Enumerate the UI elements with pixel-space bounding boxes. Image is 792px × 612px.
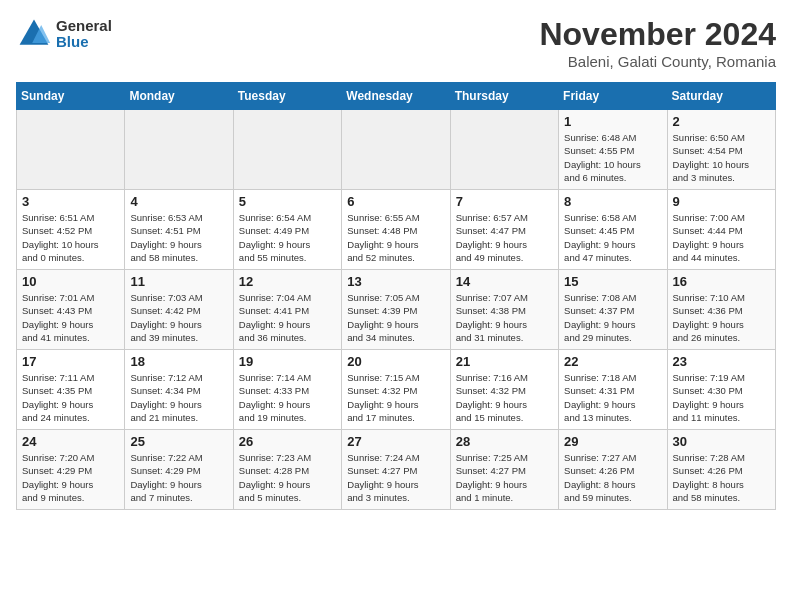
calendar-cell: 6Sunrise: 6:55 AM Sunset: 4:48 PM Daylig… — [342, 190, 450, 270]
header-row: SundayMondayTuesdayWednesdayThursdayFrid… — [17, 83, 776, 110]
day-info: Sunrise: 7:27 AM Sunset: 4:26 PM Dayligh… — [564, 451, 661, 504]
header-cell-friday: Friday — [559, 83, 667, 110]
day-number: 5 — [239, 194, 336, 209]
day-info: Sunrise: 7:18 AM Sunset: 4:31 PM Dayligh… — [564, 371, 661, 424]
calendar-cell: 9Sunrise: 7:00 AM Sunset: 4:44 PM Daylig… — [667, 190, 775, 270]
day-number: 26 — [239, 434, 336, 449]
day-number: 25 — [130, 434, 227, 449]
day-info: Sunrise: 7:04 AM Sunset: 4:41 PM Dayligh… — [239, 291, 336, 344]
header-cell-thursday: Thursday — [450, 83, 558, 110]
logo-blue-text: Blue — [56, 34, 112, 51]
calendar-week-4: 17Sunrise: 7:11 AM Sunset: 4:35 PM Dayli… — [17, 350, 776, 430]
day-info: Sunrise: 7:23 AM Sunset: 4:28 PM Dayligh… — [239, 451, 336, 504]
day-info: Sunrise: 7:07 AM Sunset: 4:38 PM Dayligh… — [456, 291, 553, 344]
calendar-cell: 8Sunrise: 6:58 AM Sunset: 4:45 PM Daylig… — [559, 190, 667, 270]
day-info: Sunrise: 7:01 AM Sunset: 4:43 PM Dayligh… — [22, 291, 119, 344]
day-number: 24 — [22, 434, 119, 449]
calendar-cell: 21Sunrise: 7:16 AM Sunset: 4:32 PM Dayli… — [450, 350, 558, 430]
day-info: Sunrise: 7:00 AM Sunset: 4:44 PM Dayligh… — [673, 211, 770, 264]
day-info: Sunrise: 7:28 AM Sunset: 4:26 PM Dayligh… — [673, 451, 770, 504]
day-info: Sunrise: 7:05 AM Sunset: 4:39 PM Dayligh… — [347, 291, 444, 344]
day-info: Sunrise: 6:53 AM Sunset: 4:51 PM Dayligh… — [130, 211, 227, 264]
calendar-cell: 3Sunrise: 6:51 AM Sunset: 4:52 PM Daylig… — [17, 190, 125, 270]
day-info: Sunrise: 7:12 AM Sunset: 4:34 PM Dayligh… — [130, 371, 227, 424]
day-number: 21 — [456, 354, 553, 369]
day-number: 3 — [22, 194, 119, 209]
calendar-week-1: 1Sunrise: 6:48 AM Sunset: 4:55 PM Daylig… — [17, 110, 776, 190]
day-number: 20 — [347, 354, 444, 369]
calendar-cell: 15Sunrise: 7:08 AM Sunset: 4:37 PM Dayli… — [559, 270, 667, 350]
day-number: 14 — [456, 274, 553, 289]
calendar-cell: 14Sunrise: 7:07 AM Sunset: 4:38 PM Dayli… — [450, 270, 558, 350]
calendar-cell: 5Sunrise: 6:54 AM Sunset: 4:49 PM Daylig… — [233, 190, 341, 270]
logo-text: General Blue — [56, 18, 112, 51]
day-number: 19 — [239, 354, 336, 369]
calendar-cell: 19Sunrise: 7:14 AM Sunset: 4:33 PM Dayli… — [233, 350, 341, 430]
calendar-cell: 4Sunrise: 6:53 AM Sunset: 4:51 PM Daylig… — [125, 190, 233, 270]
day-info: Sunrise: 7:24 AM Sunset: 4:27 PM Dayligh… — [347, 451, 444, 504]
header-cell-saturday: Saturday — [667, 83, 775, 110]
logo-general-text: General — [56, 18, 112, 35]
day-number: 10 — [22, 274, 119, 289]
day-info: Sunrise: 7:19 AM Sunset: 4:30 PM Dayligh… — [673, 371, 770, 424]
day-number: 6 — [347, 194, 444, 209]
day-info: Sunrise: 7:15 AM Sunset: 4:32 PM Dayligh… — [347, 371, 444, 424]
calendar-cell — [450, 110, 558, 190]
header-cell-tuesday: Tuesday — [233, 83, 341, 110]
day-number: 15 — [564, 274, 661, 289]
day-info: Sunrise: 6:57 AM Sunset: 4:47 PM Dayligh… — [456, 211, 553, 264]
calendar-cell: 1Sunrise: 6:48 AM Sunset: 4:55 PM Daylig… — [559, 110, 667, 190]
day-info: Sunrise: 6:48 AM Sunset: 4:55 PM Dayligh… — [564, 131, 661, 184]
day-number: 22 — [564, 354, 661, 369]
day-number: 27 — [347, 434, 444, 449]
calendar-cell: 17Sunrise: 7:11 AM Sunset: 4:35 PM Dayli… — [17, 350, 125, 430]
calendar-cell: 25Sunrise: 7:22 AM Sunset: 4:29 PM Dayli… — [125, 430, 233, 510]
calendar-week-5: 24Sunrise: 7:20 AM Sunset: 4:29 PM Dayli… — [17, 430, 776, 510]
day-info: Sunrise: 7:25 AM Sunset: 4:27 PM Dayligh… — [456, 451, 553, 504]
day-info: Sunrise: 6:55 AM Sunset: 4:48 PM Dayligh… — [347, 211, 444, 264]
day-number: 23 — [673, 354, 770, 369]
day-number: 30 — [673, 434, 770, 449]
calendar-cell — [233, 110, 341, 190]
calendar-cell: 26Sunrise: 7:23 AM Sunset: 4:28 PM Dayli… — [233, 430, 341, 510]
day-number: 12 — [239, 274, 336, 289]
day-info: Sunrise: 6:54 AM Sunset: 4:49 PM Dayligh… — [239, 211, 336, 264]
day-number: 9 — [673, 194, 770, 209]
day-number: 18 — [130, 354, 227, 369]
calendar-cell: 16Sunrise: 7:10 AM Sunset: 4:36 PM Dayli… — [667, 270, 775, 350]
day-number: 28 — [456, 434, 553, 449]
header: General Blue November 2024 Baleni, Galat… — [16, 16, 776, 70]
day-number: 2 — [673, 114, 770, 129]
calendar-week-2: 3Sunrise: 6:51 AM Sunset: 4:52 PM Daylig… — [17, 190, 776, 270]
calendar-cell — [17, 110, 125, 190]
day-info: Sunrise: 6:58 AM Sunset: 4:45 PM Dayligh… — [564, 211, 661, 264]
calendar-cell — [125, 110, 233, 190]
calendar-cell: 7Sunrise: 6:57 AM Sunset: 4:47 PM Daylig… — [450, 190, 558, 270]
day-number: 16 — [673, 274, 770, 289]
calendar-cell: 27Sunrise: 7:24 AM Sunset: 4:27 PM Dayli… — [342, 430, 450, 510]
calendar-cell: 11Sunrise: 7:03 AM Sunset: 4:42 PM Dayli… — [125, 270, 233, 350]
day-info: Sunrise: 7:16 AM Sunset: 4:32 PM Dayligh… — [456, 371, 553, 424]
month-title: November 2024 — [539, 16, 776, 53]
calendar-cell: 29Sunrise: 7:27 AM Sunset: 4:26 PM Dayli… — [559, 430, 667, 510]
day-info: Sunrise: 7:10 AM Sunset: 4:36 PM Dayligh… — [673, 291, 770, 344]
day-number: 8 — [564, 194, 661, 209]
day-info: Sunrise: 7:03 AM Sunset: 4:42 PM Dayligh… — [130, 291, 227, 344]
day-info: Sunrise: 6:51 AM Sunset: 4:52 PM Dayligh… — [22, 211, 119, 264]
day-info: Sunrise: 7:20 AM Sunset: 4:29 PM Dayligh… — [22, 451, 119, 504]
day-number: 13 — [347, 274, 444, 289]
day-info: Sunrise: 6:50 AM Sunset: 4:54 PM Dayligh… — [673, 131, 770, 184]
header-cell-monday: Monday — [125, 83, 233, 110]
header-cell-sunday: Sunday — [17, 83, 125, 110]
day-info: Sunrise: 7:11 AM Sunset: 4:35 PM Dayligh… — [22, 371, 119, 424]
calendar-week-3: 10Sunrise: 7:01 AM Sunset: 4:43 PM Dayli… — [17, 270, 776, 350]
calendar-header: SundayMondayTuesdayWednesdayThursdayFrid… — [17, 83, 776, 110]
day-info: Sunrise: 7:14 AM Sunset: 4:33 PM Dayligh… — [239, 371, 336, 424]
calendar-cell — [342, 110, 450, 190]
day-number: 11 — [130, 274, 227, 289]
header-cell-wednesday: Wednesday — [342, 83, 450, 110]
calendar-cell: 10Sunrise: 7:01 AM Sunset: 4:43 PM Dayli… — [17, 270, 125, 350]
calendar-cell: 28Sunrise: 7:25 AM Sunset: 4:27 PM Dayli… — [450, 430, 558, 510]
calendar-cell: 23Sunrise: 7:19 AM Sunset: 4:30 PM Dayli… — [667, 350, 775, 430]
calendar-cell: 20Sunrise: 7:15 AM Sunset: 4:32 PM Dayli… — [342, 350, 450, 430]
